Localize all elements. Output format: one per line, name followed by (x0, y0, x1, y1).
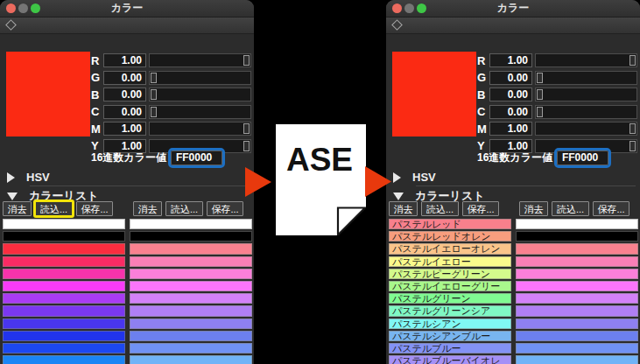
color-swatch[interactable] (516, 256, 638, 267)
list1-save-button[interactable]: 保存... (462, 201, 499, 216)
disclosure-closed-icon[interactable] (393, 172, 401, 183)
slider-value-field[interactable]: 1.00 (103, 122, 146, 136)
hex-value-field[interactable]: FF0000 (171, 150, 222, 165)
list1-clear-button[interactable]: 消去 (389, 201, 418, 216)
disclosure-open-icon[interactable] (7, 192, 18, 200)
color-swatch[interactable] (3, 219, 125, 229)
color-swatch[interactable] (516, 331, 638, 341)
named-color-swatch[interactable]: パステルブルーバイオレ (389, 355, 511, 364)
diamond-icon[interactable] (391, 19, 403, 31)
slider-thumb[interactable] (151, 107, 157, 117)
slider-thumb[interactable] (243, 141, 250, 151)
color-swatch[interactable] (516, 281, 638, 291)
zoom-button[interactable] (417, 4, 426, 13)
color-swatch[interactable] (516, 219, 638, 229)
slider-thumb[interactable] (537, 107, 543, 117)
zoom-button[interactable] (31, 4, 40, 13)
slider-thumb[interactable] (629, 141, 636, 151)
slider-thumb[interactable] (629, 55, 636, 66)
slider-value-field[interactable]: 0.00 (489, 88, 532, 102)
list2-save-button[interactable]: 保存... (207, 201, 243, 216)
slider-track[interactable] (535, 88, 637, 102)
slider-track[interactable] (535, 122, 637, 136)
color-swatch[interactable] (3, 331, 125, 341)
color-swatch[interactable] (3, 256, 125, 267)
color-swatch[interactable] (516, 231, 638, 242)
color-swatch[interactable] (130, 269, 252, 279)
color-swatch[interactable] (3, 293, 125, 304)
hsv-section-header[interactable]: HSV (393, 171, 436, 184)
disclosure-open-icon[interactable] (393, 192, 404, 200)
color-swatch[interactable] (130, 305, 252, 316)
slider-track[interactable] (149, 71, 251, 85)
slider-value-field[interactable]: 0.00 (103, 88, 146, 102)
named-color-swatch[interactable]: パステルシアンブルー (389, 331, 511, 341)
named-color-swatch[interactable]: パステルイエローオレン (389, 243, 511, 254)
named-color-swatch[interactable]: パステルレッド (389, 219, 511, 229)
color-swatch[interactable] (130, 256, 252, 267)
named-color-swatch[interactable]: パステルブルー (389, 343, 511, 354)
color-swatch[interactable] (3, 231, 125, 242)
slider-value-field[interactable]: 1.00 (489, 53, 532, 67)
named-color-swatch[interactable]: パステルレッドオレン (389, 231, 511, 242)
color-swatch[interactable] (3, 269, 125, 279)
close-button[interactable] (6, 4, 16, 13)
color-swatch[interactable] (3, 318, 125, 329)
disclosure-closed-icon[interactable] (7, 172, 15, 183)
slider-value-field[interactable]: 0.00 (103, 71, 146, 85)
color-swatch[interactable] (130, 355, 252, 364)
slider-thumb[interactable] (537, 73, 543, 83)
named-color-swatch[interactable]: パステルグリーン (389, 293, 511, 304)
list2-load-button[interactable]: 読込... (552, 201, 589, 216)
slider-value-field[interactable]: 1.00 (103, 53, 146, 67)
color-swatch[interactable] (3, 355, 125, 364)
slider-track[interactable] (149, 88, 251, 102)
list2-clear-button[interactable]: 消去 (519, 201, 548, 216)
slider-track[interactable] (149, 105, 251, 119)
list2-clear-button[interactable]: 消去 (133, 201, 162, 216)
color-swatch[interactable] (130, 219, 252, 229)
slider-value-field[interactable]: 0.00 (103, 105, 146, 119)
slider-value-field[interactable]: 1.00 (489, 122, 532, 136)
slider-value-field[interactable]: 0.00 (489, 105, 532, 119)
slider-track[interactable] (149, 122, 251, 136)
named-color-swatch[interactable]: パステルグリーンシア (389, 305, 511, 316)
color-swatch[interactable] (516, 305, 638, 316)
color-swatch[interactable] (516, 355, 638, 364)
color-swatch[interactable] (516, 293, 638, 304)
list1-clear-button[interactable]: 消去 (3, 201, 32, 216)
named-color-swatch[interactable]: パステルイエロー (389, 256, 511, 267)
color-swatch[interactable] (516, 318, 638, 329)
color-swatch[interactable] (3, 305, 125, 316)
color-swatch[interactable] (130, 318, 252, 329)
hsv-section-header[interactable]: HSV (7, 171, 50, 184)
close-button[interactable] (392, 4, 402, 13)
named-color-swatch[interactable]: パステルシアン (389, 318, 511, 329)
list2-load-button[interactable]: 読込... (165, 201, 203, 216)
hex-value-field[interactable]: FF0000 (557, 150, 608, 165)
slider-thumb[interactable] (243, 55, 250, 66)
diamond-icon[interactable] (5, 19, 17, 31)
color-swatch[interactable] (130, 231, 252, 242)
minimize-button[interactable] (404, 4, 414, 13)
minimize-button[interactable] (18, 4, 28, 13)
color-swatch[interactable] (130, 293, 252, 304)
slider-thumb[interactable] (243, 123, 250, 134)
color-swatch[interactable] (130, 243, 252, 254)
color-swatch[interactable] (516, 343, 638, 354)
slider-thumb[interactable] (537, 89, 543, 100)
color-swatch[interactable] (130, 281, 252, 291)
slider-track[interactable] (535, 105, 637, 119)
list2-save-button[interactable]: 保存... (593, 201, 629, 216)
slider-track[interactable] (149, 53, 251, 67)
named-color-swatch[interactable]: パステルピーグリーン (389, 269, 511, 279)
color-swatch[interactable] (516, 243, 638, 254)
list1-load-button[interactable]: 読込... (421, 201, 459, 216)
named-color-swatch[interactable]: パステルイエローグリー (389, 281, 511, 291)
slider-thumb[interactable] (629, 123, 636, 134)
color-swatch[interactable] (3, 343, 125, 354)
slider-thumb[interactable] (151, 73, 157, 83)
color-swatch[interactable] (516, 269, 638, 279)
color-swatch[interactable] (130, 331, 252, 341)
slider-thumb[interactable] (151, 89, 157, 100)
